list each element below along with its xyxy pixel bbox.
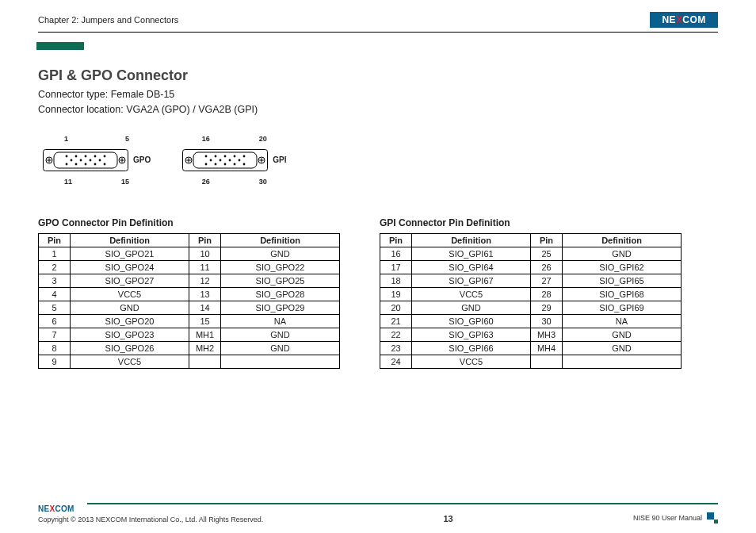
col-pin: Pin [531,233,563,247]
cell-pin: 26 [531,260,563,274]
table-row: 4VCC513SIO_GPO28 [39,287,340,301]
table-row: 8SIO_GPO26MH2GND [39,341,340,355]
logo-text-post: COM [682,14,705,25]
cell-pin: 22 [380,328,412,341]
cell-def [563,355,682,368]
table-header-row: Pin Definition Pin Definition [380,233,682,247]
table-row: 24VCC5 [380,355,682,368]
table-row: 3SIO_GPO2712SIO_GPO25 [39,274,340,287]
svg-point-32 [243,155,246,157]
copyright-text: Copyright © 2013 NEXCOM International Co… [38,516,263,523]
cell-def: NA [221,314,340,328]
svg-point-12 [71,159,73,161]
svg-point-14 [90,159,92,161]
cell-pin: 29 [531,301,563,314]
cell-pin: MH3 [531,328,563,341]
table-row: 9VCC5 [39,355,340,368]
logo-text-post: COM [55,504,74,513]
cell-pin: 7 [39,328,71,341]
pin-label: 26 [202,178,210,186]
svg-point-19 [94,163,97,165]
logo-text-pre: NE [662,14,675,25]
cell-def: SIO_GPO24 [71,260,189,274]
table-row: 22SIO_GPI63MH3GND [380,328,682,341]
footer-left: NEXCOM Copyright © 2013 NEXCOM Internati… [38,503,263,523]
svg-point-40 [234,163,236,165]
col-def: Definition [412,233,531,247]
cell-def: SIO_GPO23 [71,328,189,341]
section-tab [36,42,84,50]
page-footer: NEXCOM Copyright © 2013 NEXCOM Internati… [38,503,718,523]
svg-point-17 [75,163,78,165]
svg-point-13 [80,159,82,161]
svg-point-7 [66,155,68,157]
chapter-title: Chapter 2: Jumpers and Connectors [38,15,178,25]
page-number: 13 [443,514,452,523]
cell-pin: 12 [189,274,221,287]
cell-def: SIO_GPI65 [563,274,682,287]
cell-pin: 27 [531,274,563,287]
section-heading: GPI & GPO Connector [38,67,718,84]
brand-logo: NEXCOM [650,12,718,28]
svg-point-41 [243,163,246,165]
cell-def: SIO_GPI66 [412,341,531,355]
cell-pin: 17 [380,260,412,274]
cell-def: SIO_GPO20 [71,314,189,328]
pin-label: 16 [202,135,210,143]
top-bar: Chapter 2: Jumpers and Connectors NEXCOM [38,10,718,30]
pin-label: 20 [259,135,267,143]
gpo-table-block: GPO Connector Pin Definition Pin Definit… [38,217,340,369]
connector-diagrams: 1 5 [43,135,718,186]
svg-point-30 [224,155,227,157]
table-row: 1SIO_GPO2110GND [39,247,340,260]
col-pin: Pin [189,233,221,247]
gpo-table-title: GPO Connector Pin Definition [38,217,340,228]
cell-pin: 25 [531,247,563,260]
pin-tables: GPO Connector Pin Definition Pin Definit… [38,217,718,369]
table-row: 5GND14SIO_GPO29 [39,301,340,314]
cell-def: GND [221,341,340,355]
cell-pin: 1 [39,247,71,260]
pin-label: 11 [64,178,72,186]
svg-point-34 [220,159,222,161]
cell-def: SIO_GPO29 [221,301,340,314]
cell-def: GND [221,247,340,260]
cell-pin: MH2 [189,341,221,355]
table-row: 2SIO_GPO2411SIO_GPO22 [39,260,340,274]
col-def: Definition [71,233,189,247]
table-row: 18SIO_GPI6727SIO_GPI65 [380,274,682,287]
connector-location: Connector location: VGA2A (GPO) / VGA2B … [38,102,718,117]
svg-point-39 [224,163,227,165]
cell-def [221,355,340,368]
cell-pin: 5 [39,301,71,314]
gpi-label: GPI [273,155,286,164]
gpi-pin-table: Pin Definition Pin Definition 16SIO_GPI6… [380,233,682,369]
gpo-pin-table: Pin Definition Pin Definition 1SIO_GPO21… [38,233,340,369]
col-def: Definition [221,233,340,247]
table-row: 7SIO_GPO23MH1GND [39,328,340,341]
cell-pin: 14 [189,301,221,314]
gpi-table-title: GPI Connector Pin Definition [380,217,682,228]
pin-label: 1 [64,135,68,143]
table-row: 19VCC528SIO_GPI68 [380,287,682,301]
gpo-bottom-pins: 11 15 [64,178,129,186]
col-pin: Pin [39,233,71,247]
pin-label: 30 [259,178,267,186]
table-row: 20GND29SIO_GPI69 [380,301,682,314]
table-row: 21SIO_GPI6030NA [380,314,682,328]
cell-def: GND [563,341,682,355]
svg-rect-43 [714,520,718,523]
gpi-top-pins: 16 20 [202,135,267,143]
cell-pin: MH1 [189,328,221,341]
cell-def: GND [71,301,189,314]
gpi-bottom-pins: 26 30 [202,178,267,186]
cell-pin: 3 [39,274,71,287]
svg-point-33 [210,159,212,161]
col-pin: Pin [380,233,412,247]
cell-pin: 30 [531,314,563,328]
cell-pin: 2 [39,260,71,274]
cell-def: SIO_GPI60 [412,314,531,328]
cell-pin: 21 [380,314,412,328]
cell-pin: 15 [189,314,221,328]
cell-def: VCC5 [71,287,189,301]
